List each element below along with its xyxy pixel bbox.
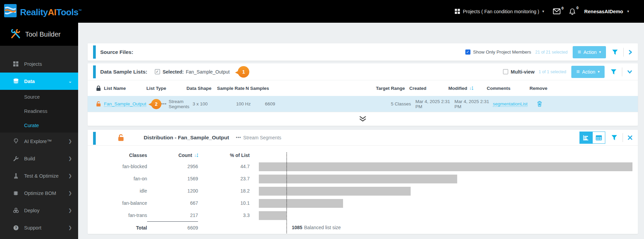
- chevron-down-icon: ⌄: [68, 79, 72, 84]
- chevron-right-icon: ❯: [68, 173, 72, 178]
- column-header-comments[interactable]: Comments: [487, 86, 527, 91]
- sidebar-item-label: Test & Optimize: [24, 173, 59, 179]
- column-header-created[interactable]: Created: [405, 86, 448, 91]
- class-percent: 44.7: [198, 164, 250, 169]
- sample-list-table-header: List Name List Type Data Shape Sample Ra…: [88, 80, 638, 96]
- annotation-number: 1: [238, 66, 249, 78]
- expand-panel-button[interactable]: [628, 49, 632, 55]
- sidebar-item-test-optimize[interactable]: Test & Optimize ❯: [0, 167, 78, 184]
- delete-row-button[interactable]: [537, 101, 542, 107]
- question-circle-icon: ?: [13, 225, 19, 231]
- bar-fan-trans: [259, 211, 286, 220]
- sidebar-item-deploy[interactable]: Deploy ❯: [0, 202, 78, 219]
- lightbulb-icon: [13, 138, 19, 144]
- notifications-button[interactable]: 0: [569, 8, 575, 15]
- distribution-subtitle: ••• Stream Segments: [236, 135, 281, 140]
- sidebar-item-ai-explore[interactable]: AI Explore™ ❯: [0, 133, 78, 150]
- class-label: fan-trans: [88, 213, 147, 218]
- multi-view-label: Multi-view: [511, 69, 535, 75]
- messages-button[interactable]: 0: [553, 8, 560, 14]
- unlock-icon: [96, 101, 101, 107]
- distribution-subtitle-label: Stream Segments: [243, 135, 281, 140]
- column-header-data-shape[interactable]: Data Shape: [186, 86, 216, 91]
- column-header-n-samples[interactable]: N Samples: [245, 86, 269, 91]
- notifications-count-badge: 0: [576, 6, 578, 10]
- distribution-bars: [259, 161, 634, 225]
- sidebar-item-support[interactable]: ? Support ❯: [0, 219, 78, 236]
- distribution-panel: Distribution - Fan_Sample_Output ••• Str…: [88, 130, 638, 234]
- sidebar-item-readiness[interactable]: Readiness: [0, 104, 78, 118]
- action-button[interactable]: ≡ Action ▾: [571, 66, 605, 78]
- action-button[interactable]: ≡ Action ▾: [573, 46, 606, 58]
- top-bar: RealityAITools™ Projects ( Fan condition…: [0, 0, 644, 23]
- sidebar-item-projects[interactable]: Projects: [0, 55, 78, 73]
- class-count: 1569: [157, 176, 198, 181]
- svg-text:?: ?: [15, 226, 17, 230]
- column-header-list-name[interactable]: List Name: [104, 86, 146, 91]
- sort-icon[interactable]: ↓za: [469, 86, 473, 91]
- selection-count: 21 of 21 selected: [535, 50, 568, 55]
- total-value: 6609: [157, 225, 198, 231]
- boxes-icon: [13, 208, 19, 213]
- column-header-count[interactable]: Count ↓za: [147, 153, 198, 158]
- column-header-target-range[interactable]: Target Range: [269, 86, 405, 91]
- sidebar-item-label: Support: [24, 225, 41, 231]
- wrench-icon: [13, 156, 19, 161]
- selected-label: Selected:: [163, 69, 184, 75]
- chart-view-toggle[interactable]: [579, 132, 592, 144]
- column-header-modified-label: Modified: [448, 86, 467, 91]
- distribution-table-header: Classes Count ↓za % of List: [88, 150, 250, 160]
- list-name-link[interactable]: Fan_Sample_Output: [104, 101, 146, 107]
- chevron-right-icon: [628, 49, 632, 55]
- list-type-value: Stream Segments: [169, 99, 193, 109]
- data-sample-lists-panel: Data Sample Lists: ✓ Selected: Fan_Sampl…: [88, 63, 638, 126]
- data-sample-lists-title: Data Sample Lists:: [100, 69, 147, 75]
- chevron-right-icon: ❯: [68, 225, 72, 230]
- sidebar-item-build[interactable]: Build ❯: [0, 150, 78, 167]
- class-label: fan-on: [88, 176, 147, 181]
- distribution-row: fan-on 1569 23.7: [88, 173, 250, 185]
- projects-dropdown-label: Projects ( Fan condition monitoring ): [463, 9, 539, 14]
- sidebar-item-data[interactable]: Data ⌄: [0, 73, 78, 90]
- collapse-list-control[interactable]: [88, 112, 638, 125]
- filter-button[interactable]: [611, 69, 616, 75]
- collapse-panel-button[interactable]: [627, 70, 632, 74]
- column-header-modified[interactable]: Modified ↓za: [448, 86, 487, 91]
- sidebar-item-curate[interactable]: Curate: [0, 118, 78, 133]
- table-view-toggle[interactable]: [592, 132, 605, 144]
- table-icon: [596, 135, 602, 140]
- multi-view-checkbox[interactable]: [503, 69, 508, 74]
- sidebar: Tool Builder Projects Data ⌄ Source Read…: [0, 23, 78, 239]
- row-lock-cell[interactable]: [88, 101, 104, 107]
- column-header-list-type[interactable]: List Type: [146, 86, 186, 91]
- trash-icon: [537, 101, 542, 107]
- sample-list-row[interactable]: Fan_Sample_Output 2 ••• Stream Segments …: [88, 96, 638, 112]
- chevron-down-icon: ▾: [599, 50, 601, 54]
- filter-button[interactable]: [611, 135, 617, 140]
- distribution-row: fan-balance 667 10.1: [88, 197, 250, 209]
- projects-dropdown[interactable]: Projects ( Fan condition monitoring ) ▾: [455, 9, 544, 14]
- chevron-right-icon: ❯: [68, 156, 72, 161]
- column-header-remove: Remove: [527, 86, 638, 91]
- sidebar-item-source[interactable]: Source: [0, 90, 78, 104]
- filter-button[interactable]: [612, 49, 618, 55]
- show-only-project-members-checkbox[interactable]: ✓: [465, 49, 470, 55]
- column-header-sample-rate[interactable]: Sample Rate: [216, 86, 245, 91]
- selected-checkbox[interactable]: ✓: [155, 69, 160, 74]
- double-chevron-down-icon: [358, 116, 368, 122]
- user-menu[interactable]: RenesasAIDemo ▾: [584, 9, 629, 14]
- column-header-classes: Classes: [88, 153, 147, 158]
- sidebar-item-optimize-bom[interactable]: Optimize BOM ❯: [0, 184, 78, 202]
- balanced-size-value: 1085: [292, 225, 302, 230]
- balanced-size-label: 1085Balanced list size: [292, 225, 341, 230]
- database-icon: [13, 78, 19, 84]
- close-panel-button[interactable]: [628, 135, 632, 140]
- distribution-row: idle 1200 18.2: [88, 185, 250, 197]
- class-count: 217: [157, 213, 198, 218]
- grid-icon: [455, 9, 460, 14]
- sidebar-item-label: AI Explore™: [24, 139, 52, 144]
- bar-fan-on: [259, 175, 457, 183]
- source-files-title: Source Files:: [100, 49, 133, 55]
- sort-icon[interactable]: ↓za: [194, 153, 198, 158]
- comments-link[interactable]: segmentationList: [493, 101, 527, 107]
